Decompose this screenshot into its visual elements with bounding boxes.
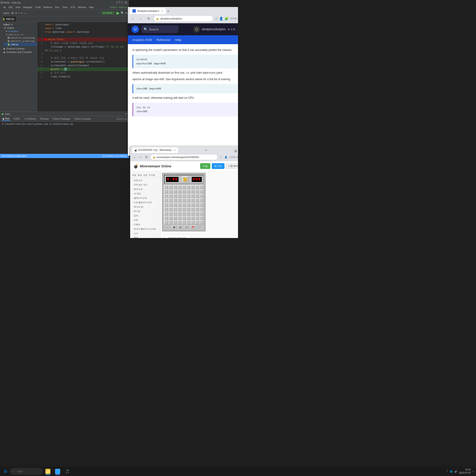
sidebar-item-png2[interactable]: 🖼 2023-07-07_12-48-37.png xyxy=(0,39,37,43)
toolbar-icon-1[interactable]: ⚙ xyxy=(11,11,14,15)
menu-view[interactable]: View xyxy=(14,6,22,9)
ult-search-box[interactable]: 🔍 Search xyxy=(141,26,178,33)
toolbar-settings[interactable]: ⚙ xyxy=(125,11,128,15)
mines-cell-22[interactable] xyxy=(182,194,186,198)
mines-cell-9[interactable] xyxy=(164,189,168,194)
ide-code-area[interactable]: 1 import pyautogui 2 import time 3 from … xyxy=(37,22,129,120)
mines-cell-45[interactable] xyxy=(164,207,168,211)
mines-cell-59[interactable] xyxy=(186,211,190,216)
mines-action-4[interactable]: 🚩 xyxy=(190,225,196,229)
tab-problems[interactable]: ⚠ Problems xyxy=(23,117,37,121)
toolbar-icon-5[interactable]: — xyxy=(23,11,27,15)
mines-cell-28[interactable] xyxy=(169,198,173,203)
sidebar-collapse-icon[interactable]: ▼ xyxy=(11,23,13,26)
mines-cell-42[interactable] xyxy=(191,203,195,207)
mines-cell-17[interactable] xyxy=(199,189,204,194)
tab-todo[interactable]: TODO xyxy=(12,117,21,121)
mines-cell-56[interactable] xyxy=(173,211,177,216)
extension-icon[interactable]: 🧩 xyxy=(224,17,228,20)
mines-cell-31[interactable] xyxy=(182,198,186,203)
mines-player-rank[interactable]: › 플레이어 순위 xyxy=(130,196,160,200)
mines-cell-40[interactable] xyxy=(182,203,186,207)
menu-tools[interactable]: Tools xyxy=(61,6,68,9)
menu-navigate[interactable]: Navigate xyxy=(22,6,34,9)
mines-cell-7[interactable] xyxy=(195,185,199,189)
mines-std-mode[interactable]: › 표준 모드 xyxy=(130,178,160,183)
menu-code[interactable]: Code xyxy=(34,6,42,9)
mines-cell-65[interactable] xyxy=(173,216,177,220)
mines-cell-78[interactable] xyxy=(191,220,195,224)
mines-cell-36[interactable] xyxy=(164,203,168,207)
nav-help[interactable]: Help xyxy=(175,38,181,42)
mines-cell-34[interactable] xyxy=(195,198,199,203)
mines-cell-10[interactable] xyxy=(169,189,173,194)
new-tab-btn[interactable]: + xyxy=(167,9,170,14)
mines-cell-39[interactable] xyxy=(177,203,182,207)
mines-cell-27[interactable] xyxy=(164,198,168,203)
diff-advanced[interactable]: 상급 xyxy=(143,174,147,177)
mines-event[interactable]: › 이벤트 xyxy=(130,222,160,227)
branch-btn[interactable]: ⊕ main▼ xyxy=(101,11,115,15)
mines-lang-btn[interactable]: x 한국어▼ xyxy=(226,163,238,169)
mines-cell-32[interactable] xyxy=(186,198,190,203)
forward-btn[interactable]: › xyxy=(137,15,144,22)
mines-cell-54[interactable] xyxy=(164,211,168,216)
bookmark-icon[interactable]: ☆ xyxy=(215,17,218,20)
mines-cell-49[interactable] xyxy=(182,207,186,211)
menu-window[interactable]: Window xyxy=(77,6,87,9)
mines-past-games[interactable]: › 펙스트 (0) xyxy=(130,205,160,209)
nav-reference[interactable]: Reference xyxy=(156,38,170,42)
mines-my-game[interactable]: › 내 게임 xyxy=(130,191,160,196)
mines-cell-60[interactable] xyxy=(191,211,195,216)
mines-smiley[interactable]: 😊 xyxy=(182,176,188,183)
mines-cell-5[interactable] xyxy=(186,185,190,189)
mines-cell-29[interactable] xyxy=(173,198,177,203)
mines-cell-14[interactable] xyxy=(186,189,190,194)
ult-address-bar[interactable]: 🔒 ultralytics/ultralytics xyxy=(153,15,213,22)
mines-cell-64[interactable] xyxy=(169,216,173,220)
mines-news[interactable]: › 소식 xyxy=(130,231,160,236)
mines-cell-33[interactable] xyxy=(191,198,195,203)
refresh-btn[interactable]: ↻ xyxy=(146,15,152,22)
mines-cell-6[interactable] xyxy=(191,185,195,189)
mines-cell-25[interactable] xyxy=(195,194,199,198)
menu-refactor[interactable]: Refactor xyxy=(42,6,53,9)
ult-tab-close[interactable]: × xyxy=(162,10,163,12)
mines-cell-53[interactable] xyxy=(199,207,204,211)
mines-cell-4[interactable] xyxy=(182,185,186,189)
menu-help[interactable]: Help xyxy=(88,6,95,9)
toolbar-search[interactable]: 🔍 xyxy=(121,11,124,15)
mines-refresh[interactable]: ↻ xyxy=(144,154,149,160)
mines-tab[interactable]: 💣 #2416902694 게임 - Minesweep... × xyxy=(132,147,178,153)
tab-python-packages[interactable]: Python Packages xyxy=(51,117,72,121)
sidebar-item-png1[interactable]: 🖼 2023-07-07_12-48-32.png xyxy=(0,36,37,39)
mines-cell-18[interactable] xyxy=(164,194,168,198)
mines-cell-52[interactable] xyxy=(195,207,199,211)
mines-cell-38[interactable] xyxy=(173,203,177,207)
mines-cell-19[interactable] xyxy=(169,194,173,198)
mines-cell-1[interactable] xyxy=(169,185,173,189)
sidebar-item-scratches[interactable]: ▶ Scratches and Consoles xyxy=(0,51,37,54)
tab-python-console[interactable]: Python Console xyxy=(73,117,92,121)
toolbar-icon-4[interactable]: + xyxy=(21,11,23,15)
mines-cell-61[interactable] xyxy=(195,211,199,216)
mines-cell-62[interactable] xyxy=(199,211,204,216)
browser-ult-tab[interactable]: U ultralytics/ultralytics × xyxy=(130,8,166,14)
mines-market-p[interactable]: › 장세 xyxy=(130,214,160,218)
mines-action-2[interactable]: C xyxy=(178,225,183,229)
mines-cell-3[interactable] xyxy=(177,185,182,189)
sidebar-item-mainpy[interactable]: 🐍 main.py xyxy=(0,43,37,46)
mines-cell-21[interactable] xyxy=(177,194,182,198)
mines-cell-11[interactable] xyxy=(173,189,177,194)
mines-cell-2[interactable] xyxy=(173,185,177,189)
mines-cell-63[interactable] xyxy=(164,216,168,220)
mines-cell-37[interactable] xyxy=(169,203,173,207)
mines-addr-bar[interactable]: 🔒 minesweeper.online/ko/game/241690265..… xyxy=(150,154,218,160)
mines-cell-51[interactable] xyxy=(191,207,195,211)
diff-custom[interactable]: 커스텀 xyxy=(149,174,155,177)
mines-cell-50[interactable] xyxy=(186,207,190,211)
mines-grid[interactable] xyxy=(164,185,204,224)
mines-action-1[interactable]: ⚑ xyxy=(171,225,177,229)
mines-arena[interactable]: › 투기장 xyxy=(130,209,160,214)
mines-tab-close[interactable]: × xyxy=(174,149,176,152)
